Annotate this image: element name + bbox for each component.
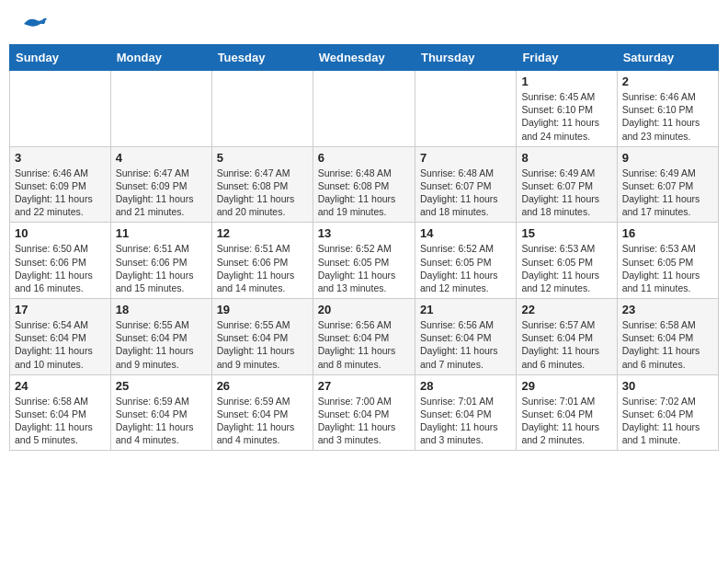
day-info: Sunrise: 6:48 AM Sunset: 6:07 PM Dayligh…: [420, 167, 511, 219]
day-number: 18: [116, 303, 207, 316]
day-info: Sunrise: 6:57 AM Sunset: 6:04 PM Dayligh…: [521, 318, 611, 371]
day-number: 26: [217, 379, 308, 393]
calendar-cell: 25Sunrise: 6:59 AM Sunset: 6:04 PM Dayli…: [110, 374, 211, 451]
day-info: Sunrise: 6:59 AM Sunset: 6:04 PM Dayligh…: [217, 395, 308, 447]
calendar-cell: 11Sunrise: 6:51 AM Sunset: 6:06 PM Dayli…: [110, 223, 211, 299]
calendar-cell: [415, 71, 516, 147]
day-number: 13: [318, 226, 410, 240]
col-header-tuesday: Tuesday: [211, 45, 313, 71]
day-info: Sunrise: 6:58 AM Sunset: 6:04 PM Dayligh…: [15, 395, 106, 447]
day-number: 20: [318, 303, 410, 316]
calendar-cell: 8Sunrise: 6:49 AM Sunset: 6:07 PM Daylig…: [517, 146, 617, 223]
day-number: 27: [318, 379, 410, 393]
day-number: 17: [15, 303, 106, 316]
calendar-cell: 17Sunrise: 6:54 AM Sunset: 6:04 PM Dayli…: [10, 299, 111, 375]
day-number: 28: [420, 379, 511, 393]
calendar-header-row: SundayMondayTuesdayWednesdayThursdayFrid…: [10, 45, 719, 71]
day-info: Sunrise: 7:01 AM Sunset: 6:04 PM Dayligh…: [420, 395, 511, 447]
calendar-cell: 29Sunrise: 7:01 AM Sunset: 6:04 PM Dayli…: [517, 374, 617, 451]
day-number: 14: [420, 226, 511, 240]
day-info: Sunrise: 6:56 AM Sunset: 6:04 PM Dayligh…: [420, 318, 511, 371]
day-info: Sunrise: 6:55 AM Sunset: 6:04 PM Dayligh…: [217, 318, 308, 371]
calendar-cell: 24Sunrise: 6:58 AM Sunset: 6:04 PM Dayli…: [10, 374, 111, 451]
calendar-cell: 12Sunrise: 6:51 AM Sunset: 6:06 PM Dayli…: [211, 223, 313, 299]
day-info: Sunrise: 6:59 AM Sunset: 6:04 PM Dayligh…: [116, 395, 207, 447]
day-info: Sunrise: 6:54 AM Sunset: 6:04 PM Dayligh…: [15, 318, 106, 371]
day-number: 1: [521, 75, 611, 88]
day-info: Sunrise: 6:51 AM Sunset: 6:06 PM Dayligh…: [116, 242, 207, 294]
col-header-friday: Friday: [517, 45, 617, 71]
calendar-cell: 5Sunrise: 6:47 AM Sunset: 6:08 PM Daylig…: [211, 146, 313, 223]
day-info: Sunrise: 6:52 AM Sunset: 6:05 PM Dayligh…: [318, 242, 410, 294]
day-info: Sunrise: 7:00 AM Sunset: 6:04 PM Dayligh…: [318, 395, 410, 447]
day-number: 5: [217, 151, 308, 165]
calendar-cell: [313, 71, 415, 147]
calendar-cell: 23Sunrise: 6:58 AM Sunset: 6:04 PM Dayli…: [617, 299, 718, 375]
page-header: [0, 0, 728, 40]
col-header-saturday: Saturday: [617, 45, 718, 71]
calendar-cell: 13Sunrise: 6:52 AM Sunset: 6:05 PM Dayli…: [313, 223, 415, 299]
calendar-week-row: 17Sunrise: 6:54 AM Sunset: 6:04 PM Dayli…: [10, 299, 719, 375]
col-header-thursday: Thursday: [415, 45, 516, 71]
calendar-cell: 26Sunrise: 6:59 AM Sunset: 6:04 PM Dayli…: [211, 374, 313, 451]
day-number: 21: [420, 303, 511, 316]
day-number: 19: [217, 303, 308, 316]
calendar-week-row: 24Sunrise: 6:58 AM Sunset: 6:04 PM Dayli…: [10, 374, 719, 451]
day-info: Sunrise: 6:46 AM Sunset: 6:10 PM Dayligh…: [622, 90, 713, 143]
logo-bird-icon: [22, 15, 48, 33]
day-number: 30: [622, 379, 713, 393]
calendar-cell: [211, 71, 313, 147]
day-number: 9: [622, 151, 713, 165]
day-number: 11: [116, 226, 207, 240]
day-info: Sunrise: 6:58 AM Sunset: 6:04 PM Dayligh…: [622, 318, 713, 371]
calendar-cell: 4Sunrise: 6:47 AM Sunset: 6:09 PM Daylig…: [110, 146, 211, 223]
day-info: Sunrise: 6:47 AM Sunset: 6:09 PM Dayligh…: [116, 167, 207, 219]
calendar-cell: 2Sunrise: 6:46 AM Sunset: 6:10 PM Daylig…: [617, 71, 718, 147]
calendar-cell: 16Sunrise: 6:53 AM Sunset: 6:05 PM Dayli…: [617, 223, 718, 299]
day-number: 3: [15, 151, 106, 165]
calendar-cell: 21Sunrise: 6:56 AM Sunset: 6:04 PM Dayli…: [415, 299, 516, 375]
day-info: Sunrise: 6:50 AM Sunset: 6:06 PM Dayligh…: [15, 242, 106, 294]
calendar-wrapper: SundayMondayTuesdayWednesdayThursdayFrid…: [0, 44, 728, 460]
day-info: Sunrise: 6:45 AM Sunset: 6:10 PM Dayligh…: [521, 90, 611, 143]
day-number: 16: [622, 226, 713, 240]
calendar-cell: 19Sunrise: 6:55 AM Sunset: 6:04 PM Dayli…: [211, 299, 313, 375]
day-info: Sunrise: 6:49 AM Sunset: 6:07 PM Dayligh…: [622, 167, 713, 219]
calendar-week-row: 3Sunrise: 6:46 AM Sunset: 6:09 PM Daylig…: [10, 146, 719, 223]
calendar-cell: 27Sunrise: 7:00 AM Sunset: 6:04 PM Dayli…: [313, 374, 415, 451]
day-info: Sunrise: 6:48 AM Sunset: 6:08 PM Dayligh…: [318, 167, 410, 219]
calendar-cell: 3Sunrise: 6:46 AM Sunset: 6:09 PM Daylig…: [10, 146, 111, 223]
day-number: 8: [521, 151, 611, 165]
day-number: 2: [622, 75, 713, 88]
calendar-cell: 14Sunrise: 6:52 AM Sunset: 6:05 PM Dayli…: [415, 223, 516, 299]
calendar-cell: 18Sunrise: 6:55 AM Sunset: 6:04 PM Dayli…: [110, 299, 211, 375]
day-number: 25: [116, 379, 207, 393]
day-info: Sunrise: 6:53 AM Sunset: 6:05 PM Dayligh…: [521, 242, 611, 294]
day-number: 23: [622, 303, 713, 316]
day-number: 6: [318, 151, 410, 165]
col-header-monday: Monday: [110, 45, 211, 71]
calendar-cell: 10Sunrise: 6:50 AM Sunset: 6:06 PM Dayli…: [10, 223, 111, 299]
day-number: 12: [217, 226, 308, 240]
calendar-cell: 7Sunrise: 6:48 AM Sunset: 6:07 PM Daylig…: [415, 146, 516, 223]
day-info: Sunrise: 6:51 AM Sunset: 6:06 PM Dayligh…: [217, 242, 308, 294]
day-number: 10: [15, 226, 106, 240]
calendar-cell: 15Sunrise: 6:53 AM Sunset: 6:05 PM Dayli…: [517, 223, 617, 299]
day-info: Sunrise: 6:56 AM Sunset: 6:04 PM Dayligh…: [318, 318, 410, 371]
day-info: Sunrise: 6:53 AM Sunset: 6:05 PM Dayligh…: [622, 242, 713, 294]
day-info: Sunrise: 7:02 AM Sunset: 6:04 PM Dayligh…: [622, 395, 713, 447]
day-info: Sunrise: 6:46 AM Sunset: 6:09 PM Dayligh…: [15, 167, 106, 219]
day-info: Sunrise: 6:47 AM Sunset: 6:08 PM Dayligh…: [217, 167, 308, 219]
day-number: 22: [521, 303, 611, 316]
day-number: 4: [116, 151, 207, 165]
calendar-cell: [110, 71, 211, 147]
day-info: Sunrise: 6:55 AM Sunset: 6:04 PM Dayligh…: [116, 318, 207, 371]
day-number: 15: [521, 226, 611, 240]
calendar-cell: 20Sunrise: 6:56 AM Sunset: 6:04 PM Dayli…: [313, 299, 415, 375]
day-info: Sunrise: 7:01 AM Sunset: 6:04 PM Dayligh…: [521, 395, 611, 447]
col-header-wednesday: Wednesday: [313, 45, 415, 71]
day-number: 7: [420, 151, 511, 165]
calendar-cell: 6Sunrise: 6:48 AM Sunset: 6:08 PM Daylig…: [313, 146, 415, 223]
day-number: 29: [521, 379, 611, 393]
calendar-week-row: 10Sunrise: 6:50 AM Sunset: 6:06 PM Dayli…: [10, 223, 719, 299]
